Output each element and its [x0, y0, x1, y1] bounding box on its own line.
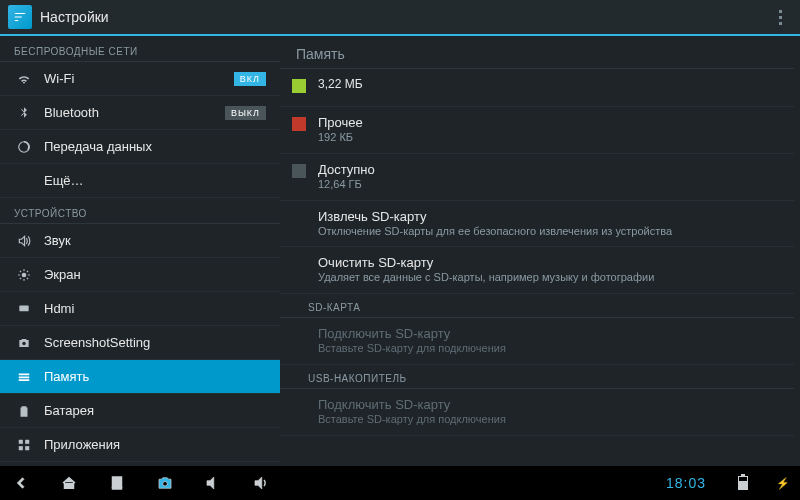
charging-icon: ⚡ [776, 477, 790, 490]
settings-app-icon [8, 5, 32, 29]
erase-label: Очистить SD-карту [318, 255, 778, 270]
sidebar-item-display[interactable]: Экран [0, 258, 280, 292]
storage-other-size: 192 КБ [318, 131, 778, 145]
storage-row-unmount[interactable]: Извлечь SD-карту Отключение SD-карты для… [280, 201, 794, 248]
data-usage-icon [14, 140, 34, 154]
back-button[interactable] [10, 472, 32, 494]
overflow-menu-button[interactable] [768, 10, 792, 25]
storage-row-mount-usb: Подключить SD-карту Вставьте SD-карту дл… [280, 389, 794, 436]
sidebar-item-apps[interactable]: Приложения [0, 428, 280, 462]
sidebar-item-label: Звук [44, 233, 266, 248]
swatch-other [292, 117, 306, 131]
sidebar-item-more[interactable]: Ещё… [0, 164, 280, 198]
sidebar-item-label: Приложения [44, 437, 266, 452]
sidebar-item-storage[interactable]: Память [0, 360, 280, 394]
settings-category-list[interactable]: БЕСПРОВОДНЫЕ СЕТИ Wi-Fi ВКЛ Bluetooth ВЫ… [0, 36, 280, 466]
storage-detail-pane[interactable]: Память 3,22 МБ Прочее 192 КБ Доступно 12… [280, 36, 800, 466]
unmount-label: Извлечь SD-карту [318, 209, 778, 224]
hdmi-icon [14, 302, 34, 316]
sidebar-item-battery[interactable]: Батарея [0, 394, 280, 428]
svg-point-3 [22, 341, 26, 345]
storage-icon [14, 370, 34, 384]
swatch-apps [292, 79, 306, 93]
volume-up-button[interactable] [250, 472, 272, 494]
display-icon [14, 268, 34, 282]
recents-button[interactable] [106, 472, 128, 494]
sidebar-item-label: Ещё… [14, 173, 266, 188]
sound-icon [14, 234, 34, 248]
mount-usb-sub: Вставьте SD-карту для подключения [318, 413, 778, 427]
storage-available-label: Доступно [318, 162, 778, 177]
sidebar-item-bluetooth[interactable]: Bluetooth ВЫКЛ [0, 96, 280, 130]
mount-sd-label: Подключить SD-карту [318, 326, 778, 341]
sidebar-item-label: Hdmi [44, 301, 266, 316]
storage-row-other[interactable]: Прочее 192 КБ [280, 107, 794, 154]
sidebar-item-label: Bluetooth [44, 105, 225, 120]
sidebar-item-hdmi[interactable]: Hdmi [0, 292, 280, 326]
mount-usb-label: Подключить SD-карту [318, 397, 778, 412]
storage-other-label: Прочее [318, 115, 778, 130]
svg-rect-6 [19, 446, 23, 450]
wifi-toggle[interactable]: ВКЛ [234, 72, 266, 86]
sidebar-item-label: Память [44, 369, 266, 384]
storage-apps-size: 3,22 МБ [318, 77, 778, 91]
erase-sub: Удаляет все данные с SD-карты, например … [318, 271, 778, 285]
battery-icon [14, 404, 34, 418]
page-title: Настройки [40, 9, 109, 25]
storage-row-erase[interactable]: Очистить SD-карту Удаляет все данные с S… [280, 247, 794, 294]
svg-rect-7 [25, 446, 29, 450]
sidebar-item-screenshot[interactable]: ScreenshotSetting [0, 326, 280, 360]
wifi-icon [14, 72, 34, 86]
storage-available-size: 12,64 ГБ [318, 178, 778, 192]
svg-rect-5 [25, 439, 29, 443]
sidebar-item-data-usage[interactable]: Передача данных [0, 130, 280, 164]
storage-row-apps[interactable]: 3,22 МБ [280, 69, 794, 107]
svg-rect-10 [113, 477, 122, 488]
detail-title: Память [280, 36, 794, 69]
svg-point-11 [163, 482, 168, 487]
sidebar-item-label: Экран [44, 267, 266, 282]
volume-down-button[interactable] [202, 472, 224, 494]
sidebar-item-label: Передача данных [44, 139, 266, 154]
system-nav-bar: 18:03 ⚡ [0, 466, 800, 500]
home-button[interactable] [58, 472, 80, 494]
sidebar-item-sound[interactable]: Звук [0, 224, 280, 258]
sidebar-item-label: Wi-Fi [44, 71, 234, 86]
subcategory-sdcard: SD-КАРТА [280, 294, 794, 318]
mount-sd-sub: Вставьте SD-карту для подключения [318, 342, 778, 356]
apps-icon [14, 438, 34, 452]
screenshot-button[interactable] [154, 472, 176, 494]
bluetooth-toggle[interactable]: ВЫКЛ [225, 106, 266, 120]
svg-rect-2 [19, 305, 28, 311]
storage-row-available[interactable]: Доступно 12,64 ГБ [280, 154, 794, 201]
status-clock[interactable]: 18:03 [666, 475, 706, 491]
storage-row-mount-sd: Подключить SD-карту Вставьте SD-карту дл… [280, 318, 794, 365]
swatch-available [292, 164, 306, 178]
category-wireless: БЕСПРОВОДНЫЕ СЕТИ [0, 36, 280, 62]
battery-status-icon [738, 476, 748, 490]
category-device: УСТРОЙСТВО [0, 198, 280, 224]
svg-rect-4 [19, 439, 23, 443]
action-bar: Настройки [0, 0, 800, 36]
svg-point-1 [22, 272, 27, 277]
sidebar-item-label: ScreenshotSetting [44, 335, 266, 350]
camera-icon [14, 336, 34, 350]
subcategory-usb: USB-НАКОПИТЕЛЬ [280, 365, 794, 389]
sidebar-item-wifi[interactable]: Wi-Fi ВКЛ [0, 62, 280, 96]
bluetooth-icon [14, 106, 34, 120]
unmount-sub: Отключение SD-карты для ее безопасного и… [318, 225, 778, 239]
sidebar-item-label: Батарея [44, 403, 266, 418]
